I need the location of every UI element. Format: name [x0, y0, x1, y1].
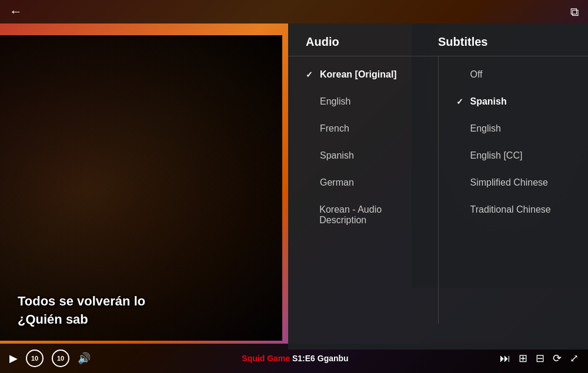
forward-button[interactable]: 10: [52, 350, 69, 367]
check-icon: ✓: [456, 97, 466, 106]
subtitle-item-label: English [CC]: [470, 150, 523, 161]
fullscreen-button[interactable]: ⤢: [570, 352, 579, 365]
subtitles-column: Off✓SpanishEnglishEnglish [CC]Simplified…: [439, 56, 589, 324]
check-icon: ✓: [306, 70, 315, 79]
subtitle-item-label: Spanish: [470, 96, 507, 107]
audio-column-header: Audio: [306, 35, 438, 49]
subtitle-item[interactable]: Simplified Chinese: [439, 169, 589, 196]
episode-title: Squid Game S1:E6 Gganbu: [99, 354, 492, 363]
subtitle-item-label: Off: [470, 69, 483, 80]
pip-button[interactable]: ⧉: [570, 5, 579, 19]
audio-item-label: Spanish: [320, 150, 354, 161]
volume-button[interactable]: 🔊: [78, 352, 91, 365]
play-button[interactable]: ▶: [9, 352, 18, 365]
subtitles-button[interactable]: ⊟: [536, 352, 544, 365]
subtitle-item-label: Simplified Chinese: [470, 177, 549, 188]
top-bar: ← ⧉: [0, 0, 588, 23]
audio-item[interactable]: Korean - Audio Description: [288, 196, 438, 234]
audio-item[interactable]: German: [288, 169, 438, 196]
episode-info: S1:E6 Gganbu: [292, 354, 349, 363]
audio-item-label: English: [320, 96, 350, 107]
subtitle-item[interactable]: English [CC]: [439, 142, 589, 169]
show-title: Squid Game: [242, 354, 290, 363]
subtitle-item-label: English: [470, 123, 501, 134]
back-button[interactable]: ←: [9, 4, 22, 19]
episodes-button[interactable]: ⊞: [519, 352, 527, 365]
settings-button[interactable]: ⟳: [553, 352, 562, 365]
audio-item[interactable]: French: [288, 115, 438, 142]
audio-subtitles-panel: Audio Subtitles ✓Korean [Original]Englis…: [288, 23, 588, 350]
next-episode-button[interactable]: ⏭: [500, 352, 510, 365]
audio-item[interactable]: English: [288, 88, 438, 115]
audio-item[interactable]: Spanish: [288, 142, 438, 169]
audio-column: ✓Korean [Original]EnglishFrenchSpanishGe…: [288, 56, 438, 324]
subtitle-item[interactable]: Off: [439, 61, 589, 88]
panel-header: Audio Subtitles: [288, 35, 588, 56]
subtitle-item[interactable]: Traditional Chinese: [439, 196, 589, 223]
right-controls: ⏭ ⊞ ⊟ ⟳ ⤢: [500, 352, 579, 365]
audio-item-label: German: [320, 177, 354, 188]
subtitle-text: Todos se volverán lo ¿Quién sab: [18, 293, 145, 329]
panel-body: ✓Korean [Original]EnglishFrenchSpanishGe…: [288, 56, 588, 324]
audio-item-label: Korean [Original]: [320, 69, 397, 80]
subtitle-item[interactable]: ✓Spanish: [439, 88, 589, 115]
subtitle-item-label: Traditional Chinese: [470, 204, 551, 215]
subtitle-item[interactable]: English: [439, 115, 589, 142]
subtitles-column-header: Subtitles: [438, 35, 570, 49]
rewind-button[interactable]: 10: [26, 350, 44, 367]
audio-item-label: Korean - Audio Description: [319, 204, 426, 226]
audio-item-label: French: [320, 123, 349, 134]
audio-item[interactable]: ✓Korean [Original]: [288, 61, 438, 88]
